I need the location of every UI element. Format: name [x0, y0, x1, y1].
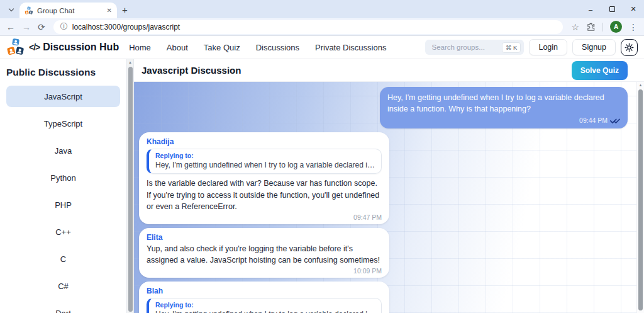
- tab-search-button[interactable]: [6, 4, 17, 15]
- chat-panel: Javascript Discussion Solve Quiz Hey, I'…: [134, 59, 644, 313]
- sidebar-item-csharp[interactable]: C#: [6, 275, 120, 297]
- sidebar-items: JavaScript TypeScript Java Python PHP C+…: [0, 86, 126, 313]
- scroll-up-icon[interactable]: ▲: [127, 60, 133, 64]
- sidebar-public-discussions: Public Discussions JavaScript TypeScript…: [0, 59, 126, 313]
- reply-quoted-text: Hey, I'm getting undefined when I try to…: [155, 161, 375, 169]
- sender-name: Blah: [147, 287, 382, 295]
- chat-scrollbar-thumb[interactable]: [638, 89, 643, 310]
- sidebar-item-c[interactable]: C: [6, 248, 120, 270]
- group-chat-favicon: [25, 6, 33, 15]
- bookmark-icon[interactable]: ☆: [571, 23, 579, 31]
- sidebar-item-javascript[interactable]: JavaScript: [6, 86, 120, 107]
- browser-tab[interactable]: Group Chat ✕: [19, 3, 117, 18]
- close-button[interactable]: ✕: [623, 0, 644, 18]
- nav-item-home[interactable]: Home: [129, 43, 151, 52]
- minimize-button[interactable]: –: [580, 0, 601, 18]
- sidebar-item-cpp[interactable]: C++: [6, 221, 120, 242]
- header-actions: ⌘ K Login Signup: [425, 39, 638, 56]
- reply-label: Replying to:: [155, 301, 375, 309]
- site-info-icon[interactable]: ⓘ: [60, 21, 68, 32]
- sidebar-item-typescript[interactable]: TypeScript: [6, 113, 120, 134]
- app-header: </> Discussion Hub Home About Take Quiz …: [0, 36, 644, 59]
- search-groups-box[interactable]: ⌘ K: [425, 40, 524, 55]
- browser-toolbar: ← → ⟳ ⓘ localhost:3000/groups/javascript…: [0, 18, 644, 36]
- sidebar-scrollbar[interactable]: ▲: [126, 59, 134, 313]
- message-text: Yup, and also check if you're logging th…: [147, 243, 382, 266]
- sidebar-scrollbar-thumb[interactable]: [128, 67, 133, 312]
- address-bar[interactable]: ⓘ localhost:3000/groups/javascript: [53, 20, 564, 34]
- sidebar-item-php[interactable]: PHP: [6, 194, 120, 215]
- nav-item-private-discussions[interactable]: Private Discussions: [315, 43, 386, 52]
- restore-button[interactable]: [601, 0, 623, 18]
- sidebar-item-dart[interactable]: Dart: [6, 302, 120, 313]
- menu-icon[interactable]: ⋮: [629, 23, 638, 31]
- sender-name: Elita: [147, 233, 382, 242]
- discussion-hub-logo-icon: [6, 38, 25, 57]
- reply-quote[interactable]: Replying to: Hey, I'm getting undefined …: [147, 149, 382, 174]
- reply-label: Replying to:: [155, 152, 375, 159]
- message-time: 09:47 PM: [147, 213, 382, 221]
- search-shortcut-badge: ⌘ K: [502, 42, 521, 53]
- search-input[interactable]: [431, 43, 502, 51]
- chevron-down-icon: [9, 6, 14, 11]
- forward-icon[interactable]: →: [22, 23, 31, 31]
- message-text: Is the variable declared with var? Becau…: [147, 178, 382, 212]
- url-text: localhost:3000/groups/javascript: [72, 23, 180, 31]
- theme-toggle-button[interactable]: [621, 39, 638, 56]
- sun-icon: [625, 43, 634, 52]
- message-time: 10:09 PM: [147, 267, 382, 275]
- reply-quoted-text: Hey, I'm getting undefined when I try to…: [155, 310, 375, 313]
- message-time: 09:44 PM: [579, 116, 608, 125]
- code-glyph-icon: </>: [29, 42, 40, 52]
- tab-title: Group Chat: [37, 7, 103, 14]
- message-text: Hey, I'm getting undefined when I try to…: [387, 92, 620, 115]
- extensions-icon[interactable]: [586, 22, 596, 31]
- nav-item-take-quiz[interactable]: Take Quiz: [204, 43, 240, 52]
- sender-name: Khadija: [147, 137, 382, 146]
- scroll-up-icon[interactable]: ▲: [637, 83, 644, 87]
- nav-item-about[interactable]: About: [167, 43, 188, 52]
- login-button[interactable]: Login: [529, 39, 567, 55]
- toolbar-divider: [602, 23, 603, 31]
- message-bubble[interactable]: Khadija Replying to: Hey, I'm getting un…: [139, 132, 389, 224]
- chat-title: Javascript Discussion: [142, 65, 241, 76]
- message-bubble[interactable]: Blah Replying to: Hey, I'm getting undef…: [139, 282, 389, 313]
- chat-scrollbar[interactable]: ▲: [636, 82, 644, 313]
- sidebar-title: Public Discussions: [0, 67, 126, 78]
- message-bubble-own[interactable]: Hey, I'm getting undefined when I try to…: [380, 87, 628, 128]
- sidebar-item-python[interactable]: Python: [6, 167, 120, 188]
- chat-messages-area: Hey, I'm getting undefined when I try to…: [134, 82, 644, 313]
- message-bubble[interactable]: Elita Yup, and also check if you're logg…: [139, 228, 389, 278]
- sidebar-item-java[interactable]: Java: [6, 140, 120, 161]
- profile-avatar[interactable]: A: [610, 21, 622, 33]
- chat-header: Javascript Discussion Solve Quiz: [134, 59, 644, 82]
- nav-item-discussions[interactable]: Discussions: [256, 43, 299, 52]
- signup-button[interactable]: Signup: [572, 39, 616, 55]
- main-nav: Home About Take Quiz Discussions Private…: [129, 43, 386, 52]
- double-check-icon: [610, 117, 620, 124]
- brand[interactable]: </> Discussion Hub: [29, 42, 119, 53]
- solve-quiz-button[interactable]: Solve Quiz: [572, 61, 628, 80]
- restore-icon: [609, 6, 615, 12]
- new-tab-button[interactable]: +: [122, 4, 128, 15]
- reply-quote[interactable]: Replying to: Hey, I'm getting undefined …: [147, 298, 382, 313]
- window-controls: – ✕: [580, 0, 644, 18]
- browser-tab-strip: Group Chat ✕ + – ✕: [0, 0, 644, 18]
- reload-icon[interactable]: ⟳: [38, 23, 45, 31]
- back-icon[interactable]: ←: [6, 23, 15, 31]
- tab-close-icon[interactable]: ✕: [107, 7, 112, 14]
- brand-name: Discussion Hub: [43, 42, 119, 53]
